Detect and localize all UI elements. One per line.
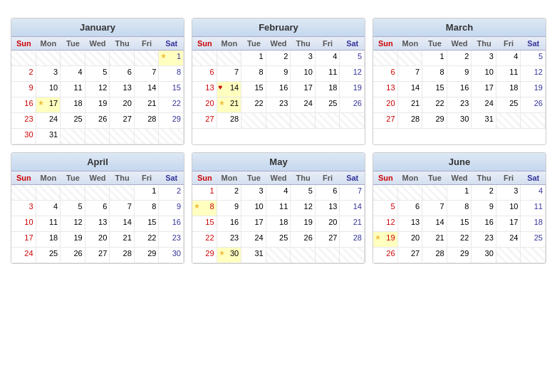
day-cell[interactable]: 22 xyxy=(135,232,160,248)
day-cell[interactable]: 29 xyxy=(159,113,184,129)
day-cell[interactable]: 16 xyxy=(472,216,496,232)
day-cell[interactable]: 30 xyxy=(472,248,496,263)
day-cell[interactable]: 29 xyxy=(135,248,160,263)
day-cell[interactable]: 7 xyxy=(398,66,423,82)
day-cell[interactable]: 12 xyxy=(291,201,316,216)
day-cell[interactable]: 22 xyxy=(422,97,447,113)
day-cell[interactable]: 10 xyxy=(241,201,266,216)
day-cell[interactable]: 27 xyxy=(85,248,110,263)
day-cell[interactable]: 6 xyxy=(398,201,423,216)
day-cell[interactable]: 20 xyxy=(110,97,135,113)
day-cell[interactable]: 18 xyxy=(496,82,521,97)
day-cell[interactable]: 3 xyxy=(472,51,496,66)
day-cell[interactable]: 12 xyxy=(373,216,398,232)
day-cell[interactable]: 12 xyxy=(340,66,365,82)
day-cell[interactable]: 25 xyxy=(496,97,521,113)
day-cell[interactable]: 13 xyxy=(373,82,398,97)
day-cell[interactable]: 14 xyxy=(110,216,135,232)
day-cell[interactable]: 4 xyxy=(266,185,291,201)
day-cell[interactable]: 16 xyxy=(217,216,242,232)
day-cell[interactable]: 9 xyxy=(266,66,291,82)
day-cell[interactable]: 19 xyxy=(340,82,365,97)
day-cell[interactable]: 20 xyxy=(192,97,217,113)
day-cell[interactable]: 5 xyxy=(61,201,85,216)
day-cell[interactable]: 7 xyxy=(340,185,365,201)
day-cell[interactable]: ★17 xyxy=(36,97,61,113)
day-cell[interactable]: 16 xyxy=(11,97,36,113)
day-cell[interactable]: 30 xyxy=(159,248,184,263)
day-cell[interactable]: 26 xyxy=(291,232,316,248)
day-cell[interactable]: 22 xyxy=(192,232,217,248)
day-cell[interactable]: 13 xyxy=(192,82,217,97)
day-cell[interactable]: 6 xyxy=(316,185,340,201)
day-cell[interactable]: 3 xyxy=(241,185,266,201)
day-cell[interactable]: 28 xyxy=(110,248,135,263)
day-cell[interactable]: 12 xyxy=(521,66,546,82)
day-cell[interactable]: 11 xyxy=(496,66,521,82)
day-cell[interactable]: 4 xyxy=(316,51,340,66)
day-cell[interactable]: 2 xyxy=(447,51,472,66)
day-cell[interactable]: 24 xyxy=(241,232,266,248)
day-cell[interactable]: 23 xyxy=(11,113,36,129)
day-cell[interactable]: 23 xyxy=(217,232,242,248)
day-cell[interactable]: 7 xyxy=(217,66,242,82)
day-cell[interactable]: 21 xyxy=(135,97,160,113)
day-cell[interactable]: 21 xyxy=(110,232,135,248)
day-cell[interactable]: 3 xyxy=(291,51,316,66)
day-cell[interactable]: 11 xyxy=(266,201,291,216)
day-cell[interactable]: 11 xyxy=(61,82,85,97)
day-cell[interactable]: 4 xyxy=(521,185,546,201)
day-cell[interactable]: 18 xyxy=(61,97,85,113)
day-cell[interactable]: 31 xyxy=(36,129,61,144)
day-cell[interactable]: 8 xyxy=(241,66,266,82)
day-cell[interactable]: 6 xyxy=(192,66,217,82)
day-cell[interactable]: 9 xyxy=(159,201,184,216)
day-cell[interactable]: 20 xyxy=(85,232,110,248)
day-cell[interactable]: ★19 xyxy=(373,232,398,248)
day-cell[interactable]: 31 xyxy=(472,113,496,129)
day-cell[interactable]: 18 xyxy=(266,216,291,232)
day-cell[interactable]: 11 xyxy=(521,201,546,216)
day-cell[interactable]: 28 xyxy=(340,232,365,248)
day-cell[interactable]: 28 xyxy=(217,113,242,129)
day-cell[interactable]: 24 xyxy=(291,97,316,113)
day-cell[interactable]: 19 xyxy=(291,216,316,232)
day-cell[interactable]: 27 xyxy=(192,113,217,129)
day-cell[interactable]: 4 xyxy=(36,201,61,216)
day-cell[interactable]: 20 xyxy=(398,232,423,248)
day-cell[interactable]: 10 xyxy=(496,201,521,216)
day-cell[interactable]: 14 xyxy=(398,82,423,97)
day-cell[interactable]: 2 xyxy=(159,185,184,201)
day-cell[interactable]: 2 xyxy=(11,66,36,82)
day-cell[interactable]: ★8 xyxy=(192,201,217,216)
day-cell[interactable]: 3 xyxy=(11,201,36,216)
day-cell[interactable]: 26 xyxy=(85,113,110,129)
day-cell[interactable]: 6 xyxy=(373,66,398,82)
day-cell[interactable]: 21 xyxy=(422,232,447,248)
day-cell[interactable]: 17 xyxy=(472,82,496,97)
day-cell[interactable]: 6 xyxy=(85,201,110,216)
day-cell[interactable]: 28 xyxy=(422,248,447,263)
day-cell[interactable]: 25 xyxy=(266,232,291,248)
day-cell[interactable]: 18 xyxy=(316,82,340,97)
day-cell[interactable]: 15 xyxy=(135,216,160,232)
day-cell[interactable]: 21 xyxy=(340,216,365,232)
day-cell[interactable]: 13 xyxy=(110,82,135,97)
day-cell[interactable]: 10 xyxy=(472,66,496,82)
day-cell[interactable]: 17 xyxy=(11,232,36,248)
day-cell[interactable]: 26 xyxy=(373,248,398,263)
day-cell[interactable]: 25 xyxy=(61,113,85,129)
day-cell[interactable]: 1 xyxy=(192,185,217,201)
day-cell[interactable]: 26 xyxy=(340,97,365,113)
day-cell[interactable]: 23 xyxy=(159,232,184,248)
day-cell[interactable]: 7 xyxy=(110,201,135,216)
day-cell[interactable]: 17 xyxy=(241,216,266,232)
day-cell[interactable]: 20 xyxy=(316,216,340,232)
day-cell[interactable]: 19 xyxy=(521,82,546,97)
day-cell[interactable]: 28 xyxy=(135,113,160,129)
day-cell[interactable]: 10 xyxy=(291,66,316,82)
day-cell[interactable]: 15 xyxy=(241,82,266,97)
day-cell[interactable]: 4 xyxy=(61,66,85,82)
day-cell[interactable]: 15 xyxy=(422,82,447,97)
day-cell[interactable]: 5 xyxy=(85,66,110,82)
